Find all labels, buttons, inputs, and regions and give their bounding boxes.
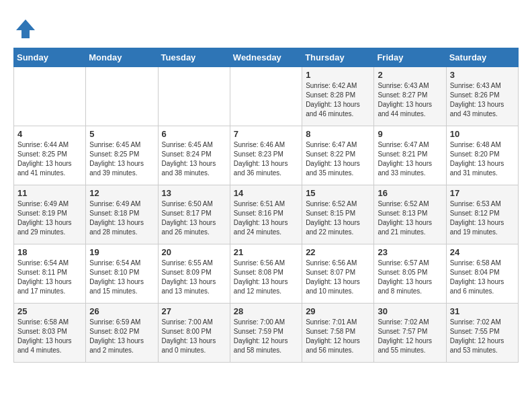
- day-number: 10: [450, 129, 515, 139]
- day-info: Sunrise: 6:47 AM Sunset: 8:22 PM Dayligh…: [306, 140, 370, 178]
- day-info: Sunrise: 6:58 AM Sunset: 8:04 PM Dayligh…: [450, 259, 515, 296]
- weekday-thursday: Thursday: [302, 48, 374, 67]
- day-info: Sunrise: 6:47 AM Sunset: 8:21 PM Dayligh…: [378, 140, 442, 178]
- day-number: 26: [89, 306, 154, 316]
- calendar-cell: 24Sunrise: 6:58 AM Sunset: 8:04 PM Dayli…: [446, 244, 518, 304]
- calendar-cell: 11Sunrise: 6:49 AM Sunset: 8:19 PM Dayli…: [14, 185, 86, 244]
- calendar-cell: 31Sunrise: 7:02 AM Sunset: 7:55 PM Dayli…: [446, 304, 518, 363]
- logo: [13, 17, 40, 41]
- logo-icon: [13, 17, 38, 41]
- day-info: Sunrise: 6:55 AM Sunset: 8:09 PM Dayligh…: [162, 259, 226, 296]
- day-number: 14: [234, 188, 298, 198]
- day-number: 3: [450, 70, 515, 80]
- calendar-cell: 30Sunrise: 7:02 AM Sunset: 7:57 PM Dayli…: [374, 304, 446, 363]
- calendar-cell: 13Sunrise: 6:50 AM Sunset: 8:17 PM Dayli…: [158, 185, 230, 244]
- week-row-2: 4Sunrise: 6:44 AM Sunset: 8:25 PM Daylig…: [14, 126, 519, 185]
- day-info: Sunrise: 6:45 AM Sunset: 8:24 PM Dayligh…: [162, 140, 226, 178]
- week-row-3: 11Sunrise: 6:49 AM Sunset: 8:19 PM Dayli…: [14, 185, 519, 244]
- calendar-cell: 19Sunrise: 6:54 AM Sunset: 8:10 PM Dayli…: [86, 244, 158, 304]
- day-info: Sunrise: 6:50 AM Sunset: 8:17 PM Dayligh…: [162, 199, 226, 237]
- day-info: Sunrise: 7:02 AM Sunset: 7:57 PM Dayligh…: [378, 318, 442, 355]
- day-info: Sunrise: 6:58 AM Sunset: 8:03 PM Dayligh…: [17, 318, 82, 355]
- calendar-cell: 29Sunrise: 7:01 AM Sunset: 7:58 PM Dayli…: [302, 304, 374, 363]
- day-number: 15: [306, 188, 370, 198]
- calendar-cell: [14, 67, 86, 126]
- day-info: Sunrise: 6:52 AM Sunset: 8:15 PM Dayligh…: [306, 199, 370, 237]
- calendar-cell: 7Sunrise: 6:46 AM Sunset: 8:23 PM Daylig…: [230, 126, 302, 185]
- day-info: Sunrise: 7:01 AM Sunset: 7:58 PM Dayligh…: [306, 318, 370, 355]
- day-number: 31: [450, 306, 515, 316]
- weekday-tuesday: Tuesday: [158, 48, 230, 67]
- calendar-cell: 6Sunrise: 6:45 AM Sunset: 8:24 PM Daylig…: [158, 126, 230, 185]
- day-number: 24: [450, 247, 515, 257]
- calendar-cell: 18Sunrise: 6:54 AM Sunset: 8:11 PM Dayli…: [14, 244, 86, 304]
- day-number: 25: [17, 306, 82, 316]
- day-number: 12: [89, 188, 154, 198]
- calendar-cell: 21Sunrise: 6:56 AM Sunset: 8:08 PM Dayli…: [230, 244, 302, 304]
- weekday-sunday: Sunday: [14, 48, 86, 67]
- day-info: Sunrise: 6:43 AM Sunset: 8:26 PM Dayligh…: [450, 81, 515, 119]
- calendar-cell: 2Sunrise: 6:43 AM Sunset: 8:27 PM Daylig…: [374, 67, 446, 126]
- day-info: Sunrise: 6:45 AM Sunset: 8:25 PM Dayligh…: [89, 140, 154, 178]
- calendar-cell: 5Sunrise: 6:45 AM Sunset: 8:25 PM Daylig…: [86, 126, 158, 185]
- day-number: 13: [162, 188, 226, 198]
- day-info: Sunrise: 7:00 AM Sunset: 8:00 PM Dayligh…: [162, 318, 226, 355]
- calendar-cell: 22Sunrise: 6:56 AM Sunset: 8:07 PM Dayli…: [302, 244, 374, 304]
- day-info: Sunrise: 6:52 AM Sunset: 8:13 PM Dayligh…: [378, 199, 442, 237]
- day-info: Sunrise: 6:42 AM Sunset: 8:28 PM Dayligh…: [306, 81, 370, 119]
- day-info: Sunrise: 6:56 AM Sunset: 8:08 PM Dayligh…: [234, 259, 298, 296]
- calendar-cell: [230, 67, 302, 126]
- calendar-cell: 15Sunrise: 6:52 AM Sunset: 8:15 PM Dayli…: [302, 185, 374, 244]
- day-info: Sunrise: 6:53 AM Sunset: 8:12 PM Dayligh…: [450, 199, 515, 237]
- day-info: Sunrise: 6:54 AM Sunset: 8:10 PM Dayligh…: [89, 259, 154, 296]
- calendar-header: SundayMondayTuesdayWednesdayThursdayFrid…: [14, 48, 519, 67]
- day-info: Sunrise: 6:48 AM Sunset: 8:20 PM Dayligh…: [450, 140, 515, 178]
- week-row-5: 25Sunrise: 6:58 AM Sunset: 8:03 PM Dayli…: [14, 304, 519, 363]
- day-number: 17: [450, 188, 515, 198]
- day-number: 11: [17, 188, 82, 198]
- week-row-4: 18Sunrise: 6:54 AM Sunset: 8:11 PM Dayli…: [14, 244, 519, 304]
- calendar-cell: 27Sunrise: 7:00 AM Sunset: 8:00 PM Dayli…: [158, 304, 230, 363]
- page-header: [13, 13, 519, 41]
- calendar-cell: 12Sunrise: 6:49 AM Sunset: 8:18 PM Dayli…: [86, 185, 158, 244]
- day-number: 30: [378, 306, 442, 316]
- day-number: 6: [162, 129, 226, 139]
- calendar-cell: 1Sunrise: 6:42 AM Sunset: 8:28 PM Daylig…: [302, 67, 374, 126]
- week-row-1: 1Sunrise: 6:42 AM Sunset: 8:28 PM Daylig…: [14, 67, 519, 126]
- calendar-cell: 10Sunrise: 6:48 AM Sunset: 8:20 PM Dayli…: [446, 126, 518, 185]
- calendar-cell: 14Sunrise: 6:51 AM Sunset: 8:16 PM Dayli…: [230, 185, 302, 244]
- calendar-cell: [158, 67, 230, 126]
- day-number: 18: [17, 247, 82, 257]
- day-info: Sunrise: 7:00 AM Sunset: 7:59 PM Dayligh…: [234, 318, 298, 355]
- calendar-cell: 26Sunrise: 6:59 AM Sunset: 8:02 PM Dayli…: [86, 304, 158, 363]
- weekday-saturday: Saturday: [446, 48, 518, 67]
- day-number: 8: [306, 129, 370, 139]
- day-number: 16: [378, 188, 442, 198]
- calendar-cell: 25Sunrise: 6:58 AM Sunset: 8:03 PM Dayli…: [14, 304, 86, 363]
- weekday-friday: Friday: [374, 48, 446, 67]
- calendar-cell: 4Sunrise: 6:44 AM Sunset: 8:25 PM Daylig…: [14, 126, 86, 185]
- day-number: 29: [306, 306, 370, 316]
- day-number: 1: [306, 70, 370, 80]
- calendar-cell: [86, 67, 158, 126]
- calendar-table: SundayMondayTuesdayWednesdayThursdayFrid…: [13, 48, 519, 363]
- day-number: 22: [306, 247, 370, 257]
- weekday-row: SundayMondayTuesdayWednesdayThursdayFrid…: [14, 48, 519, 67]
- calendar-cell: 20Sunrise: 6:55 AM Sunset: 8:09 PM Dayli…: [158, 244, 230, 304]
- day-number: 5: [89, 129, 154, 139]
- day-number: 21: [234, 247, 298, 257]
- day-number: 7: [234, 129, 298, 139]
- day-number: 4: [17, 129, 82, 139]
- calendar-cell: 17Sunrise: 6:53 AM Sunset: 8:12 PM Dayli…: [446, 185, 518, 244]
- calendar-cell: 16Sunrise: 6:52 AM Sunset: 8:13 PM Dayli…: [374, 185, 446, 244]
- day-info: Sunrise: 6:44 AM Sunset: 8:25 PM Dayligh…: [17, 140, 82, 178]
- day-info: Sunrise: 6:59 AM Sunset: 8:02 PM Dayligh…: [89, 318, 154, 355]
- day-info: Sunrise: 7:02 AM Sunset: 7:55 PM Dayligh…: [450, 318, 515, 355]
- day-number: 9: [378, 129, 442, 139]
- day-number: 28: [234, 306, 298, 316]
- day-info: Sunrise: 6:57 AM Sunset: 8:05 PM Dayligh…: [378, 259, 442, 296]
- calendar-cell: 9Sunrise: 6:47 AM Sunset: 8:21 PM Daylig…: [374, 126, 446, 185]
- day-number: 19: [89, 247, 154, 257]
- day-number: 2: [378, 70, 442, 80]
- day-info: Sunrise: 6:51 AM Sunset: 8:16 PM Dayligh…: [234, 199, 298, 237]
